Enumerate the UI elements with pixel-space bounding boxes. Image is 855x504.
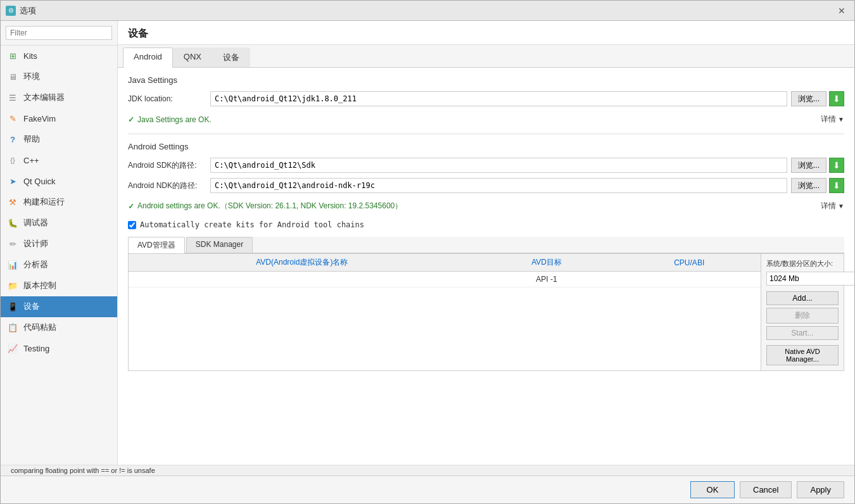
filter-box: [1, 21, 117, 46]
sidebar-item-code-paste[interactable]: 📋 代码粘贴: [1, 317, 117, 338]
sidebar-item-label: 帮助: [23, 134, 40, 145]
jdk-download-button[interactable]: ⬇: [829, 91, 844, 106]
status-text: comparing floating point with == or != i…: [11, 467, 155, 474]
fakevim-icon: ✎: [7, 113, 18, 124]
sidebar-item-label: 调试器: [23, 217, 48, 229]
sidebar-item-label: 设计师: [23, 238, 48, 249]
sdk-label: Android SDK的路径:: [128, 160, 210, 171]
sdk-download-button[interactable]: ⬇: [829, 158, 844, 173]
sidebar-item-label: 文本编辑器: [23, 92, 65, 103]
window-icon: ⚙: [6, 6, 16, 16]
jdk-label: JDK location:: [128, 94, 210, 103]
native-avd-manager-button[interactable]: Native AVD Manager...: [766, 345, 839, 365]
sidebar-item-cpp[interactable]: {} C++: [1, 150, 117, 171]
help-icon: ?: [7, 134, 18, 145]
jdk-input[interactable]: [210, 91, 787, 106]
sidebar-item-kits[interactable]: ⊞ Kits: [1, 46, 117, 66]
avd-table: AVD(Android虚拟设备)名称 AVD目标 CPU/ABI API -1: [129, 254, 761, 287]
col-cpu: CPU/ABI: [618, 254, 761, 272]
sidebar-item-label: C++: [23, 156, 39, 165]
sidebar-item-label: 分析器: [23, 259, 48, 270]
avd-table-container: AVD(Android虚拟设备)名称 AVD目标 CPU/ABI API -1: [129, 254, 761, 370]
android-status-ok: Android settings are OK.（SDK Version: 26…: [128, 201, 402, 211]
vcs-icon: 📁: [7, 280, 18, 291]
android-settings-title: Android Settings: [128, 142, 844, 151]
tab-qnx[interactable]: QNX: [173, 47, 212, 67]
apply-button[interactable]: Apply: [797, 481, 844, 498]
ndk-browse-button[interactable]: 浏览...: [791, 178, 826, 193]
testing-icon: 📈: [7, 343, 18, 354]
size-input[interactable]: [766, 272, 854, 286]
start-avd-button[interactable]: Start...: [766, 326, 839, 340]
sidebar-item-label: 版本控制: [23, 280, 56, 291]
java-status-ok: Java Settings are OK.: [128, 115, 212, 124]
analyzer-icon: 📊: [7, 259, 18, 270]
sidebar-item-debugger[interactable]: 🐛 调试器: [1, 213, 117, 234]
filter-input[interactable]: [6, 26, 112, 40]
sdk-input[interactable]: [210, 158, 787, 173]
content-area: 设备 Android QNX 设备 Java Settings JDK loca…: [118, 21, 854, 465]
sidebar-item-build-run[interactable]: ⚒ 构建和运行: [1, 192, 117, 213]
sdk-path-row: Android SDK的路径: 浏览... ⬇: [128, 158, 844, 173]
dialog-window: ⚙ 选项 ✕ ⊞ Kits 🖥 环境 ☰ 文本编辑器: [0, 0, 855, 504]
sidebar-item-designer[interactable]: ✏ 设计师: [1, 234, 117, 255]
qt-quick-icon: ➤: [7, 175, 18, 187]
sidebar-item-env[interactable]: 🖥 环境: [1, 66, 117, 87]
java-details-button[interactable]: 详情: [821, 114, 844, 125]
auto-create-kits-checkbox[interactable]: [128, 221, 136, 229]
sidebar-item-vcs[interactable]: 📁 版本控制: [1, 275, 117, 296]
android-status-row: Android settings are OK.（SDK Version: 26…: [128, 198, 844, 214]
delete-avd-button[interactable]: 删除: [766, 308, 839, 324]
sdk-browse-button[interactable]: 浏览...: [791, 158, 826, 173]
cancel-button[interactable]: Cancel: [740, 481, 792, 498]
jdk-browse-button[interactable]: 浏览...: [791, 91, 826, 106]
ndk-input[interactable]: [210, 178, 787, 193]
code-paste-icon: 📋: [7, 322, 18, 333]
ndk-download-button[interactable]: ⬇: [829, 178, 844, 193]
avd-table-row-0[interactable]: API -1: [129, 272, 761, 287]
env-icon: 🖥: [7, 71, 18, 82]
tab-android[interactable]: Android: [123, 47, 173, 68]
close-button[interactable]: ✕: [834, 4, 849, 17]
sidebar-item-qt-quick[interactable]: ➤ Qt Quick: [1, 171, 117, 192]
bottom-bar: OK Cancel Apply: [1, 476, 854, 503]
window-title: 选项: [20, 5, 834, 16]
ndk-label: Android NDK的路径:: [128, 180, 210, 191]
cpp-icon: {}: [7, 154, 18, 166]
debugger-icon: 🐛: [7, 217, 18, 229]
android-details-button[interactable]: 详情: [821, 201, 844, 211]
java-status-row: Java Settings are OK. 详情: [128, 111, 844, 127]
sidebar-item-text-editor[interactable]: ☰ 文本编辑器: [1, 87, 117, 108]
sidebar-item-label: 环境: [23, 71, 40, 82]
sidebar-item-label: 设备: [23, 301, 40, 312]
add-avd-button[interactable]: Add...: [766, 291, 839, 305]
sidebar: ⊞ Kits 🖥 环境 ☰ 文本编辑器 ✎ FakeVim ? 帮助: [1, 21, 118, 465]
tab-devices[interactable]: 设备: [212, 47, 250, 67]
page-title: 设备: [118, 21, 854, 45]
avd-name-cell: [129, 272, 476, 287]
sidebar-items: ⊞ Kits 🖥 环境 ☰ 文本编辑器 ✎ FakeVim ? 帮助: [1, 46, 117, 465]
sidebar-item-analyzer[interactable]: 📊 分析器: [1, 255, 117, 275]
sidebar-item-fakevim[interactable]: ✎ FakeVim: [1, 108, 117, 129]
title-bar: ⚙ 选项 ✕: [1, 1, 854, 21]
main-layout: ⊞ Kits 🖥 环境 ☰ 文本编辑器 ✎ FakeVim ? 帮助: [1, 21, 854, 465]
auto-create-kits-row: Automatically create kits for Android to…: [128, 220, 844, 229]
tab-bar: Android QNX 设备: [118, 45, 854, 68]
avd-target-cell: API -1: [476, 272, 618, 287]
sub-tab-avd-manager[interactable]: AVD管理器: [128, 237, 185, 253]
ndk-path-row: Android NDK的路径: 浏览... ⬇: [128, 178, 844, 193]
designer-icon: ✏: [7, 238, 18, 249]
sub-tab-bar: AVD管理器 SDK Manager: [128, 237, 844, 253]
section-divider-1: [128, 134, 844, 134]
sidebar-item-testing[interactable]: 📈 Testing: [1, 338, 117, 359]
sub-tab-sdk-manager[interactable]: SDK Manager: [186, 237, 253, 253]
devices-icon: 📱: [7, 301, 18, 312]
sidebar-item-help[interactable]: ? 帮助: [1, 129, 117, 150]
avd-table-header: AVD(Android虚拟设备)名称 AVD目标 CPU/ABI: [129, 254, 761, 272]
avd-panel: AVD(Android虚拟设备)名称 AVD目标 CPU/ABI API -1: [128, 253, 844, 371]
sidebar-item-devices[interactable]: 📱 设备: [1, 296, 117, 317]
avd-actions: 系统/数据分区的大小: ▲ ▼ Add... 删除 Start...: [761, 254, 844, 370]
section-content: Java Settings JDK location: 浏览... ⬇ Java…: [118, 68, 854, 465]
col-target: AVD目标: [476, 254, 618, 272]
ok-button[interactable]: OK: [690, 481, 735, 498]
